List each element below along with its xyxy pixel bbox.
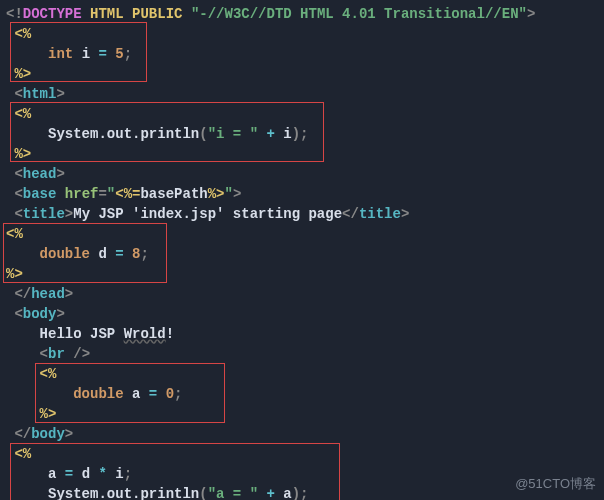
jsp-open: <% bbox=[40, 366, 57, 382]
identifier: a bbox=[48, 466, 56, 482]
code-line: double a = 0; bbox=[6, 384, 604, 404]
tag-close: > bbox=[65, 426, 73, 442]
attr-name: href bbox=[65, 186, 99, 202]
identifier: d bbox=[82, 466, 90, 482]
body-text: Hello JSP bbox=[40, 326, 124, 342]
tag-close: > bbox=[56, 306, 64, 322]
doctype-keyword: PUBLIC bbox=[132, 6, 182, 22]
code-line: </body> bbox=[6, 424, 604, 444]
type-keyword: double bbox=[73, 386, 123, 402]
tag-close: > bbox=[56, 86, 64, 102]
code-line: <body> bbox=[6, 304, 604, 324]
operator: + bbox=[266, 126, 274, 142]
tag-name: head bbox=[31, 286, 65, 302]
jsp-open: <% bbox=[14, 26, 31, 42]
code-line: %> bbox=[6, 144, 604, 164]
tag-close: > bbox=[65, 206, 73, 222]
jsp-open: <% bbox=[6, 226, 23, 242]
code-editor: <!DOCTYPE HTML PUBLIC "-//W3C//DTD HTML … bbox=[0, 0, 604, 500]
jsp-open: <% bbox=[14, 106, 31, 122]
string-literal: "i = " bbox=[208, 126, 258, 142]
operator: * bbox=[98, 466, 106, 482]
jsp-close: %> bbox=[14, 146, 31, 162]
operator: = bbox=[115, 246, 123, 262]
semicolon: ; bbox=[124, 46, 132, 62]
identifier: a bbox=[283, 486, 291, 500]
tag-open: </ bbox=[342, 206, 359, 222]
semicolon: ; bbox=[140, 246, 148, 262]
jsp-close: %> bbox=[40, 406, 57, 422]
string-literal: "a = " bbox=[208, 486, 258, 500]
code-line: <% bbox=[6, 444, 604, 464]
tag-open: < bbox=[40, 346, 48, 362]
code-line: <base href="<%=basePath%>"> bbox=[6, 184, 604, 204]
jsp-close: %> bbox=[6, 266, 23, 282]
tag-open: < bbox=[14, 186, 22, 202]
code-line: <% bbox=[6, 24, 604, 44]
identifier: a bbox=[132, 386, 140, 402]
semicolon: ; bbox=[300, 126, 308, 142]
code-line: %> bbox=[6, 264, 604, 284]
tag-name: body bbox=[23, 306, 57, 322]
identifier: basePath bbox=[140, 186, 207, 202]
operator: = bbox=[98, 46, 106, 62]
lparen: ( bbox=[199, 486, 207, 500]
tag-name: title bbox=[23, 206, 65, 222]
tag-open: < bbox=[14, 86, 22, 102]
call-target: System.out.println bbox=[48, 486, 199, 500]
doctype-string: "-//W3C//DTD HTML 4.01 Transitional//EN" bbox=[191, 6, 527, 22]
operator: + bbox=[266, 486, 274, 500]
operator: = bbox=[149, 386, 157, 402]
semicolon: ; bbox=[300, 486, 308, 500]
tag-name: head bbox=[23, 166, 57, 182]
tag-open: </ bbox=[14, 286, 31, 302]
watermark: @51CTO博客 bbox=[515, 474, 596, 494]
tag-name: html bbox=[23, 86, 57, 102]
attr-eq: = bbox=[98, 186, 106, 202]
code-line: <title>My JSP 'index.jsp' starting page<… bbox=[6, 204, 604, 224]
semicolon: ; bbox=[124, 466, 132, 482]
number-literal: 0 bbox=[166, 386, 174, 402]
jsp-expr-open: <%= bbox=[115, 186, 140, 202]
lparen: ( bbox=[199, 126, 207, 142]
quote: " bbox=[107, 186, 115, 202]
type-keyword: int bbox=[48, 46, 73, 62]
doctype-keyword: HTML bbox=[90, 6, 124, 22]
tag-name: br bbox=[48, 346, 65, 362]
call-target: System.out.println bbox=[48, 126, 199, 142]
operator: = bbox=[65, 466, 73, 482]
tag-open: </ bbox=[14, 426, 31, 442]
tag-close: > bbox=[56, 166, 64, 182]
rparen: ) bbox=[292, 486, 300, 500]
tag-name: title bbox=[359, 206, 401, 222]
tag-name: base bbox=[23, 186, 57, 202]
code-line: int i = 5; bbox=[6, 44, 604, 64]
code-line: <!DOCTYPE HTML PUBLIC "-//W3C//DTD HTML … bbox=[6, 4, 604, 24]
body-text: ! bbox=[166, 326, 174, 342]
tag-open: < bbox=[14, 306, 22, 322]
doctype-close: > bbox=[527, 6, 535, 22]
jsp-open: <% bbox=[14, 446, 31, 462]
code-line: <head> bbox=[6, 164, 604, 184]
tag-open: < bbox=[14, 206, 22, 222]
number-literal: 5 bbox=[115, 46, 123, 62]
identifier: i bbox=[115, 466, 123, 482]
code-line: %> bbox=[6, 64, 604, 84]
tag-name: body bbox=[31, 426, 65, 442]
code-line: double d = 8; bbox=[6, 244, 604, 264]
body-text-typo: Wrold bbox=[124, 326, 166, 342]
identifier: d bbox=[98, 246, 106, 262]
tag-close: > bbox=[233, 186, 241, 202]
semicolon: ; bbox=[174, 386, 182, 402]
self-close: /> bbox=[73, 346, 90, 362]
title-text: My JSP 'index.jsp' starting page bbox=[73, 206, 342, 222]
jsp-close: %> bbox=[14, 66, 31, 82]
code-line: <% bbox=[6, 364, 604, 384]
tag-close: > bbox=[401, 206, 409, 222]
code-line: Hello JSP Wrold! bbox=[6, 324, 604, 344]
code-line: %> bbox=[6, 404, 604, 424]
identifier: i bbox=[283, 126, 291, 142]
doctype-open: <! bbox=[6, 6, 23, 22]
tag-open: < bbox=[14, 166, 22, 182]
doctype-keyword: DOCTYPE bbox=[23, 6, 82, 22]
